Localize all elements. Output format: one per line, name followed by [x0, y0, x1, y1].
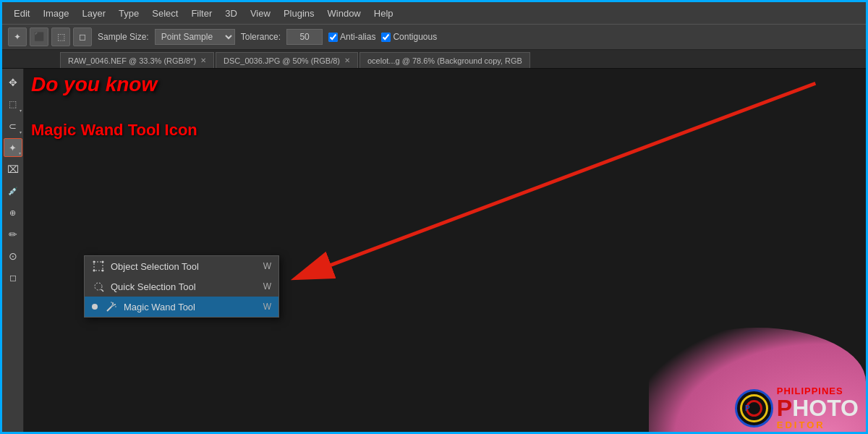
menu-plugins[interactable]: Plugins — [278, 7, 320, 20]
svg-point-13 — [111, 302, 112, 303]
menu-bar: Edit Image Layer Type Select Filter 3D V… — [2, 2, 866, 24]
options-bar: ✦ ⬛ ⬚ ◻ Sample Size: Point Sample 3 by 3… — [2, 24, 866, 50]
tab-raw-label: RAW_0046.NEF @ 33.3% (RGB/8*) — [68, 56, 196, 65]
tool-brush[interactable]: ✏ — [4, 225, 22, 244]
tool-option-btn-1[interactable]: ✦ — [8, 27, 27, 46]
watermark-p-letter: P — [777, 396, 792, 420]
tool-magic-wand[interactable]: ✦ ▾ — [4, 138, 22, 157]
app-window: Edit Image Layer Type Select Filter 3D V… — [0, 0, 868, 434]
tab-bar: RAW_0046.NEF @ 33.3% (RGB/8*) ✕ DSC_0036… — [2, 50, 866, 69]
eraser-icon: ◻ — [9, 273, 17, 283]
menu-window[interactable]: Window — [322, 7, 367, 20]
svg-line-8 — [101, 289, 103, 292]
tool-option-btn-3[interactable]: ⬚ — [51, 27, 70, 46]
tool-option-btn-4[interactable]: ◻ — [73, 27, 92, 46]
svg-point-3 — [93, 261, 95, 263]
menu-edit[interactable]: Edit — [8, 7, 35, 20]
svg-point-5 — [93, 270, 95, 272]
magic-wand-shortcut: W — [263, 302, 271, 312]
context-menu: Object Selection Tool W Quick Selection … — [84, 255, 279, 318]
move-icon: ✥ — [9, 77, 17, 88]
magic-wand-label: Magic Wand Tool — [124, 302, 258, 312]
menu-view[interactable]: View — [244, 7, 276, 20]
tolerance-input[interactable] — [286, 29, 323, 45]
tolerance-label: Tolerance: — [241, 32, 281, 42]
brush-icon: ✏ — [9, 229, 17, 240]
tool-select-rect[interactable]: ⬚ ▾ — [4, 95, 22, 114]
tool-option-btn-2[interactable]: ⬛ — [30, 27, 48, 46]
context-menu-item-object-selection[interactable]: Object Selection Tool W — [85, 256, 278, 276]
annotation-line1: Do you know — [31, 72, 157, 97]
svg-point-6 — [102, 270, 104, 272]
menu-filter[interactable]: Filter — [185, 7, 218, 20]
annotation-line2: Magic Wand Tool Icon — [31, 121, 197, 140]
quick-selection-label: Quick Selection Tool — [111, 281, 258, 292]
object-selection-icon — [92, 260, 105, 273]
crop-icon: ⌧ — [7, 163, 19, 175]
watermark-editor: EDITOR — [777, 420, 859, 430]
contiguous-checkbox[interactable] — [381, 33, 391, 42]
anti-alias-checkbox[interactable] — [328, 33, 338, 42]
tab-ocelot[interactable]: ocelot...g @ 78.6% (Background copy, RGB — [359, 52, 530, 68]
tab-dsc[interactable]: DSC_0036.JPG @ 50% (RGB/8) ✕ — [216, 52, 358, 68]
svg-point-4 — [102, 261, 104, 263]
heal-icon: ⊕ — [9, 208, 16, 218]
svg-point-14 — [115, 306, 116, 307]
svg-marker-10 — [111, 304, 114, 307]
quick-selection-icon — [92, 280, 105, 293]
menu-image[interactable]: Image — [37, 7, 75, 20]
stamp-icon: ⊙ — [9, 250, 17, 262]
watermark-text: PHILIPPINES P HOTO EDITOR — [777, 386, 859, 430]
contiguous-label-text: Contiguous — [393, 32, 437, 42]
menu-type[interactable]: Type — [113, 7, 145, 20]
watermark-hoto: HOTO — [792, 396, 859, 420]
quick-selection-shortcut: W — [263, 281, 271, 292]
select-rect-icon: ⬚ — [9, 99, 17, 109]
tool-crop[interactable]: ⌧ — [4, 160, 22, 179]
tool-heal[interactable]: ⊕ — [4, 203, 22, 222]
svg-point-12 — [114, 304, 116, 305]
menu-help[interactable]: Help — [368, 7, 399, 20]
watermark-circle-logo: P — [734, 388, 774, 428]
tool-lasso[interactable]: ⊂ ▾ — [4, 116, 22, 135]
canvas-area: Do you know Magic Wand Tool Icon — [24, 69, 866, 434]
magic-wand-context-icon — [105, 300, 118, 313]
tool-eraser[interactable]: ◻ — [4, 268, 22, 287]
menu-select[interactable]: Select — [146, 7, 184, 20]
eyedrop-icon: 💉 — [8, 187, 18, 196]
anti-alias-checkbox-label[interactable]: Anti-alias — [328, 32, 375, 42]
object-selection-label: Object Selection Tool — [111, 261, 258, 272]
svg-point-11 — [112, 302, 114, 304]
context-menu-item-magic-wand[interactable]: Magic Wand Tool W — [85, 297, 278, 317]
toolbar: ✥ ⬚ ▾ ⊂ ▾ ✦ ▾ ⌧ 💉 — [2, 69, 24, 434]
magic-wand-tool-icon: ✦ — [9, 142, 17, 153]
tab-dsc-label: DSC_0036.JPG @ 50% (RGB/8) — [224, 56, 340, 65]
anti-alias-label-text: Anti-alias — [340, 32, 375, 42]
menu-layer[interactable]: Layer — [77, 7, 112, 20]
watermark: P PHILIPPINES P HOTO EDITOR — [734, 386, 859, 430]
small-triangle-icon-2: ▾ — [20, 129, 22, 135]
lasso-icon: ⊂ — [9, 121, 17, 132]
context-menu-item-quick-selection[interactable]: Quick Selection Tool W — [85, 276, 278, 297]
contiguous-checkbox-label[interactable]: Contiguous — [381, 32, 437, 42]
tool-eyedrop[interactable]: 💉 — [4, 182, 22, 200]
tab-raw-close[interactable]: ✕ — [200, 56, 206, 64]
object-selection-shortcut: W — [263, 261, 271, 271]
small-triangle-icon-3: ▾ — [19, 150, 21, 156]
svg-rect-2 — [94, 262, 103, 271]
main-area: ✥ ⬚ ▾ ⊂ ▾ ✦ ▾ ⌧ 💉 — [2, 69, 866, 434]
tab-dsc-close[interactable]: ✕ — [344, 56, 350, 64]
tool-stamp[interactable]: ⊙ — [4, 247, 22, 265]
menu-3d[interactable]: 3D — [219, 7, 243, 20]
small-triangle-icon: ▾ — [20, 108, 22, 113]
tab-ocelot-label: ocelot...g @ 78.6% (Background copy, RGB — [367, 56, 522, 65]
selected-dot-indicator — [92, 304, 98, 310]
sample-size-label: Sample Size: — [98, 32, 149, 42]
tool-move[interactable]: ✥ — [4, 73, 22, 92]
svg-point-7 — [95, 283, 102, 290]
sample-size-select[interactable]: Point Sample 3 by 3 Average 5 by 5 Avera… — [155, 29, 235, 45]
tab-raw[interactable]: RAW_0046.NEF @ 33.3% (RGB/8*) ✕ — [60, 52, 214, 68]
svg-text:P: P — [745, 404, 750, 412]
tool-options-icons: ✦ ⬛ ⬚ ◻ — [8, 27, 92, 46]
